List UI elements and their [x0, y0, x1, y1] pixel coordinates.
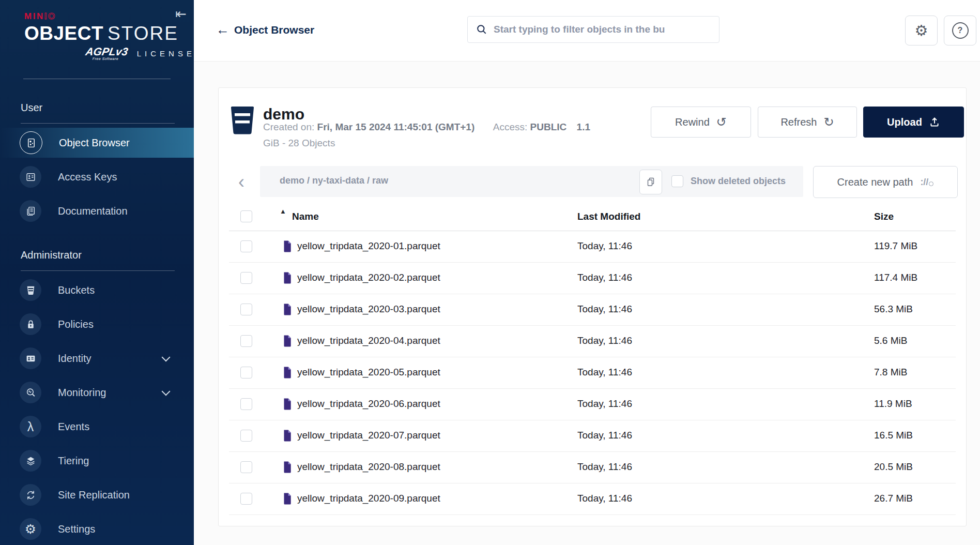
back-arrow-icon[interactable]: ←	[216, 23, 229, 36]
object-browser-icon	[20, 131, 42, 154]
object-store-title-light: STORE	[108, 23, 178, 44]
show-deleted-label: Show deleted objects	[691, 176, 786, 187]
page-title: Object Browser	[234, 24, 314, 36]
file-icon	[282, 398, 293, 411]
object-name[interactable]: yellow_tripdata_2020-09.parquet	[297, 493, 440, 504]
object-table-body: yellow_tripdata_2020-01.parquetToday, 11…	[219, 231, 966, 515]
sidebar-item-buckets[interactable]: Buckets	[0, 275, 194, 305]
rewind-button-label: Rewind	[675, 116, 710, 128]
sidebar-item-monitoring[interactable]: Monitoring	[0, 377, 194, 407]
copy-path-button[interactable]	[639, 170, 662, 194]
column-header-last-modified[interactable]: Last Modified	[577, 211, 640, 222]
created-value: Fri, Mar 15 2024 11:45:01 (GMT+1)	[317, 122, 475, 132]
create-new-path-button[interactable]: Create new path ://	[813, 166, 958, 198]
sidebar-item-documentation[interactable]: Documentation	[0, 196, 194, 226]
minio-wordmark: MINIO	[24, 11, 195, 22]
sidebar-item-policies[interactable]: Policies	[0, 309, 194, 339]
sidebar-item-events[interactable]: λEvents	[0, 412, 194, 442]
access-label: Access:	[493, 122, 528, 132]
row-checkbox[interactable]	[240, 272, 252, 284]
object-last-modified: Today, 11:46	[577, 430, 632, 441]
sidebar-item-settings[interactable]: ⚙Settings	[0, 514, 194, 544]
row-checkbox[interactable]	[240, 398, 252, 410]
settings-gear-button[interactable]: ⚙	[905, 16, 938, 46]
row-checkbox[interactable]	[240, 430, 252, 442]
object-name[interactable]: yellow_tripdata_2020-03.parquet	[297, 304, 440, 315]
chevron-down-icon[interactable]	[162, 353, 171, 362]
upload-button[interactable]: Upload	[863, 107, 964, 138]
object-last-modified: Today, 11:46	[577, 240, 632, 252]
table-row: yellow_tripdata_2020-07.parquetToday, 11…	[229, 420, 956, 452]
table-row: yellow_tripdata_2020-01.parquetToday, 11…	[229, 231, 956, 263]
object-name[interactable]: yellow_tripdata_2020-08.parquet	[297, 461, 440, 473]
sidebar-item-label: Tiering	[58, 455, 89, 467]
sidebar-nav: UserObject BrowserAccess KeysDocumentati…	[0, 101, 194, 545]
file-icon	[282, 461, 293, 474]
policies-icon	[20, 313, 41, 335]
sidebar-item-identity[interactable]: Identity	[0, 343, 194, 373]
sidebar-item-label: Buckets	[58, 284, 95, 296]
bucket-size-value: 1.1	[577, 122, 590, 132]
minio-wordmark-outline: IO	[44, 11, 56, 21]
bucket-meta: Created on: Fri, Mar 15 2024 11:45:01 (G…	[263, 119, 656, 151]
file-icon	[282, 429, 293, 442]
object-last-modified: Today, 11:46	[577, 272, 632, 283]
object-table-header: ▲ Name Last Modified Size	[229, 207, 956, 231]
object-size: 5.6 MiB	[874, 335, 907, 346]
table-row: yellow_tripdata_2020-02.parquetToday, 11…	[229, 263, 956, 294]
sidebar-item-tiering[interactable]: Tiering	[0, 446, 194, 476]
table-row: yellow_tripdata_2020-09.parquetToday, 11…	[229, 483, 956, 515]
sidebar-item-site-replication[interactable]: Site Replication	[0, 480, 194, 510]
access-value: PUBLIC	[530, 122, 567, 132]
sidebar-item-label: Documentation	[58, 205, 128, 217]
object-last-modified: Today, 11:46	[577, 335, 632, 346]
object-last-modified: Today, 11:46	[577, 398, 632, 410]
identity-icon	[20, 347, 41, 369]
site-replication-icon	[20, 484, 41, 506]
row-checkbox[interactable]	[240, 493, 252, 505]
table-row: yellow_tripdata_2020-04.parquetToday, 11…	[229, 326, 956, 357]
breadcrumb[interactable]: demo / ny-taxi-data / raw	[280, 175, 388, 186]
sidebar-item-access-keys[interactable]: Access Keys	[0, 162, 194, 192]
object-name[interactable]: yellow_tripdata_2020-02.parquet	[297, 272, 440, 283]
chevron-down-icon[interactable]	[162, 387, 171, 396]
sort-asc-icon[interactable]: ▲	[280, 207, 286, 215]
rewind-button[interactable]: Rewind ↺	[651, 107, 751, 138]
object-size: 26.7 MiB	[874, 493, 913, 504]
file-icon	[282, 271, 293, 284]
row-checkbox[interactable]	[240, 335, 252, 347]
help-button[interactable]: ?	[944, 16, 976, 46]
object-name[interactable]: yellow_tripdata_2020-04.parquet	[297, 335, 440, 346]
copy-icon	[646, 177, 656, 187]
object-name[interactable]: yellow_tripdata_2020-01.parquet	[297, 240, 440, 252]
sidebar-item-label: Monitoring	[58, 387, 106, 399]
refresh-button-label: Refresh	[780, 116, 817, 128]
row-checkbox[interactable]	[240, 367, 252, 379]
column-header-name[interactable]: Name	[292, 211, 319, 222]
topbar: ← Object Browser ⚙ ?	[194, 0, 980, 62]
object-name[interactable]: yellow_tripdata_2020-07.parquet	[297, 430, 440, 441]
row-checkbox[interactable]	[240, 304, 252, 315]
refresh-button[interactable]: Refresh ↻	[758, 107, 857, 138]
table-row: yellow_tripdata_2020-03.parquetToday, 11…	[229, 294, 956, 326]
sidebar-section-label: Administrator	[21, 249, 194, 261]
path-back-chevron[interactable]: ‹	[231, 170, 252, 194]
sidebar-item-object-browser[interactable]: Object Browser	[0, 128, 194, 158]
bucket-size-rest: GiB - 28 Objects	[263, 138, 335, 148]
sidebar-item-label: Identity	[58, 353, 91, 365]
file-icon	[282, 492, 293, 505]
monitoring-icon	[20, 382, 41, 403]
sidebar-items: Object BrowserAccess KeysDocumentation	[0, 128, 194, 226]
column-header-size[interactable]: Size	[874, 211, 894, 222]
object-size: 56.3 MiB	[874, 304, 913, 315]
object-name[interactable]: yellow_tripdata_2020-05.parquet	[297, 367, 440, 378]
show-deleted-checkbox[interactable]	[671, 175, 683, 187]
object-last-modified: Today, 11:46	[577, 461, 632, 473]
row-checkbox[interactable]	[240, 240, 252, 252]
object-name[interactable]: yellow_tripdata_2020-06.parquet	[297, 398, 440, 410]
sidebar-item-label: Access Keys	[58, 171, 117, 183]
license-row: AGPLv3 Free Software LICENSE	[85, 47, 195, 60]
select-all-checkbox[interactable]	[240, 210, 252, 222]
row-checkbox[interactable]	[240, 461, 252, 473]
search-input[interactable]	[493, 23, 719, 36]
